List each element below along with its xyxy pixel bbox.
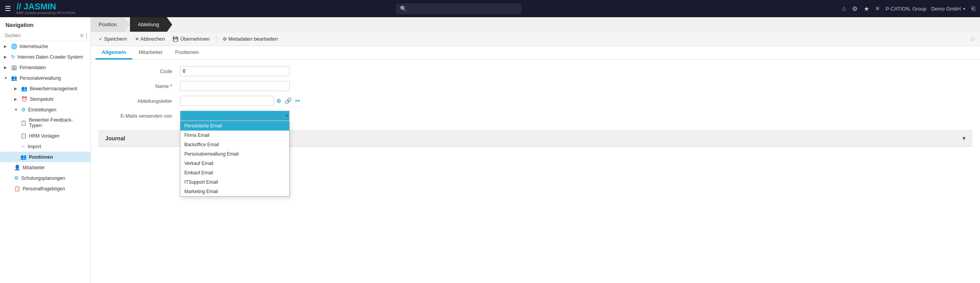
sidebar-item-label: Personalfragebögen [23,186,65,192]
abteilungsleiter-unlink-icon[interactable]: ⚯ [294,97,301,105]
dropdown-option-persoenliche-email[interactable]: Persönliche Email [180,121,289,131]
list-icon[interactable]: ≡ [876,5,879,12]
abteilungsleiter-group: ⊕ 🔗 ⚯ [180,96,301,106]
sidebar-item-crawler[interactable]: ▶ ↻ Internes Daten Crawler System [0,52,90,62]
code-input[interactable] [180,66,290,76]
dropdown-option-firma-email[interactable]: Firma Email [180,131,289,140]
logo-subtitle: ERP-System powered by #P-CATION [16,11,75,15]
sidebar-item-personalfrageboegen[interactable]: 📋 Personalfragebögen [0,183,90,194]
arrow-icon: ▶ [4,65,8,70]
sidebar-item-label: Bewerbermanagement [30,86,77,91]
form-row-emails-von: E-Mails versenden von ▾ Persönliche Emai… [99,111,972,121]
metadata-icon: ⚙ [223,36,227,42]
sidebar-item-mitarbeiter[interactable]: 👤 Mitarbeiter [0,162,90,173]
tab-mitarbeiter[interactable]: Mitarbeiter [132,46,169,59]
app-logo: // JASMIN ERP-System powered by #P-CATIO… [16,2,75,15]
search-container: 🔍 [396,4,521,14]
sidebar-item-import[interactable]: ↔ Import [0,141,90,152]
dropdown-option-marketing-email[interactable]: Marketing Email [180,187,289,196]
dropdown-option-verkauf-email[interactable]: Verkauf Email [180,159,289,168]
emails-von-input[interactable] [180,111,290,121]
abteilungsleiter-input[interactable] [180,96,274,106]
emails-von-dropdown-wrap: ▾ Persönliche Email Firma Email Backoffi… [180,111,290,121]
star-icon[interactable]: ★ [864,5,869,13]
dropdown-option-einkauf-email[interactable]: Einkauf Email [180,168,289,177]
tab-bar: Allgemein Mitarbeiter Positionen [91,46,980,60]
arrow-icon: ▶ [4,55,8,59]
dropdown-option-backoffice-email[interactable]: Backoffice Email [180,140,289,149]
journal-title: Journal [105,135,125,142]
search-wrap: 🔍 [79,4,838,14]
sidebar-item-label: Mitarbeiter [23,165,45,170]
user-menu[interactable]: P-CATION, Group Demo GmbH ▾ [886,6,965,12]
form-row-abteilungsleiter: Abteilungsleiter ⊕ 🔗 ⚯ [99,96,972,106]
arrow-icon: ▼ [4,76,8,80]
step-position[interactable]: Position [91,17,124,32]
step-abteilung-label: Abteilung [138,21,159,27]
firmendaten-icon: 🏢 [11,64,17,70]
sidebar-item-label: Internetsuche [20,44,48,49]
emails-von-dropdown-popup: Persönliche Email Firma Email Backoffice… [180,121,290,197]
sidebar-item-stempeluhr[interactable]: ▶ ⏰ Stempeluhr [0,94,90,104]
sidebar-item-label: HRM Vorlagen [29,133,59,139]
save-label: Speichern [104,36,127,42]
sidebar-search-input[interactable] [3,32,78,39]
dropdown-option-personalverwaltung-email[interactable]: Personalverwaltung Email [180,149,289,159]
tab-allgemein[interactable]: Allgemein [95,46,132,59]
sidebar-item-hrm-vorlagen[interactable]: 📋 HRM Vorlagen [0,131,90,141]
favorite-star-icon[interactable]: ☆ [970,35,975,43]
cancel-label: Abbrechen [141,36,165,42]
user-company: Demo GmbH [931,6,961,12]
sidebar-item-einstellungen[interactable]: ▼ ⚙ Einstellungen [0,104,90,115]
sidebar-search-clear-icon[interactable]: ✕ [79,32,84,39]
topbar: ☰ // JASMIN ERP-System powered by #P-CAT… [0,0,980,17]
sidebar-item-bewerbermanagement[interactable]: ▶ 👥 Bewerbermanagement [0,83,90,94]
metadata-button[interactable]: ⚙ Metadaten bearbeiten [220,34,281,43]
abteilungsleiter-add-icon[interactable]: ⊕ [276,97,282,105]
arrow-icon: ▶ [14,86,18,91]
tab-positionen[interactable]: Positionen [169,46,205,59]
step-position-label: Position [99,21,117,27]
emails-von-label: E-Mails versenden von [99,113,177,119]
journal-toggle-icon[interactable]: ▾ [962,134,966,142]
sidebar-item-positionen[interactable]: 👥 Positionen [0,152,90,162]
gear-icon[interactable]: ⚙ [852,5,858,13]
global-search-input[interactable] [396,4,521,14]
abteilungsleiter-link-icon[interactable]: 🔗 [284,97,293,105]
personalfrage-icon: 📋 [14,186,20,192]
sidebar-title: Navigation [0,17,90,30]
sidebar-item-internetsuche[interactable]: ▶ 🌐 Internetsuche [0,41,90,52]
name-input[interactable] [180,81,290,91]
sidebar-item-firmendaten[interactable]: ▶ 🏢 Firmendaten [0,62,90,73]
sidebar-search-close-icon[interactable]: | [86,32,87,39]
sidebar-item-label: Firmendaten [20,65,46,70]
save-icon: ✓ [99,36,103,42]
accept-button[interactable]: 💾 Übernehmen [169,34,213,43]
dropdown-option-itsupport-email[interactable]: ITSupport Email [180,177,289,187]
search-icon: 🔍 [400,5,407,12]
step-bar: Position Abteilung [91,17,980,32]
sidebar: Navigation ✕ | ▶ 🌐 Internetsuche ▶ ↻ Int… [0,17,91,283]
step-abteilung[interactable]: Abteilung [130,17,167,32]
accept-icon: 💾 [173,36,178,42]
logout-icon[interactable]: ⎗ [971,5,975,12]
sidebar-item-label: Import [28,144,41,149]
sidebar-item-personalverwaltung[interactable]: ▼ 👥 Personalverwaltung [0,73,90,83]
sidebar-item-feedback-typen[interactable]: 📋 Bewerber-Feedback-Typen [0,115,90,131]
personalverwaltung-icon: 👥 [11,75,17,81]
user-name: P-CATION, Group [886,6,927,12]
einstellungen-icon: ⚙ [21,107,26,113]
user-caret-icon: ▾ [963,7,965,11]
sidebar-item-label: Schulungsplanungen [21,176,65,181]
form-row-name: Name * [99,81,972,91]
cancel-button[interactable]: ✕ Abbrechen [132,34,168,43]
sidebar-item-schulungsplanungen[interactable]: ⚙ Schulungsplanungen [0,173,90,183]
arrow-icon: ▶ [4,44,8,48]
home-icon[interactable]: ⌂ [842,5,846,12]
metadata-label: Metadaten bearbeiten [229,36,278,42]
feedback-icon: 📋 [20,120,27,126]
arrow-icon: ▼ [14,107,18,112]
sidebar-item-label: Stempeluhr [30,97,54,102]
save-button[interactable]: ✓ Speichern [95,34,130,43]
menu-icon[interactable]: ☰ [5,4,11,13]
